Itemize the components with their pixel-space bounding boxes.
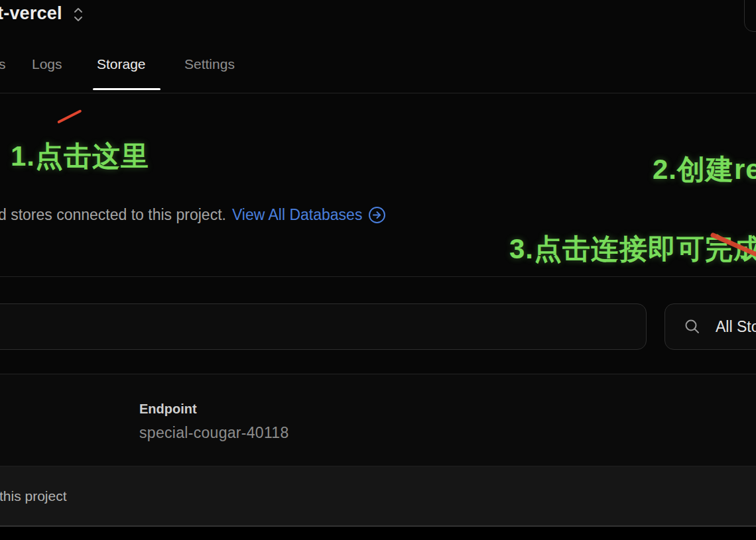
endpoint-value: special-cougar-40118 <box>139 424 289 442</box>
tab-logs[interactable]: Logs <box>32 56 62 72</box>
stores-description-text: d stores connected to this project. <box>0 206 226 224</box>
annotation-arrow-to-storage-tab <box>57 109 82 124</box>
storage-filter-label: All Sto <box>716 318 756 336</box>
search-stores-input[interactable] <box>0 303 647 350</box>
tab-settings[interactable]: Settings <box>184 56 235 72</box>
arrow-right-circle-icon <box>368 206 386 224</box>
annotation-step1: 1.点击这里 <box>11 138 149 175</box>
store-table-row[interactable] <box>0 374 756 466</box>
tab-storage[interactable]: Storage <box>97 56 146 72</box>
project-name: t-vercel <box>0 3 62 24</box>
view-all-databases-label: View All Databases <box>232 206 362 224</box>
search-icon <box>684 318 701 335</box>
view-all-databases-link[interactable]: View All Databases <box>232 206 386 224</box>
storage-filter-dropdown[interactable]: All Sto <box>664 303 756 350</box>
section-divider-1 <box>0 276 756 277</box>
header-partial-button[interactable] <box>744 0 756 32</box>
annotation-step2: 2.创建re <box>653 151 756 188</box>
bottom-row[interactable]: this project <box>0 466 756 525</box>
project-switcher-button[interactable] <box>70 5 86 24</box>
chevron-up-down-icon <box>72 6 84 23</box>
tabbar-divider <box>0 93 756 93</box>
tab-cut-fragment[interactable]: s <box>0 56 6 72</box>
endpoint-column-label: Endpoint <box>139 402 197 417</box>
bottom-row-text: this project <box>0 488 67 504</box>
stores-description: d stores connected to this project. View… <box>0 206 386 224</box>
active-tab-underline <box>93 88 160 90</box>
bottom-strip <box>0 527 756 540</box>
